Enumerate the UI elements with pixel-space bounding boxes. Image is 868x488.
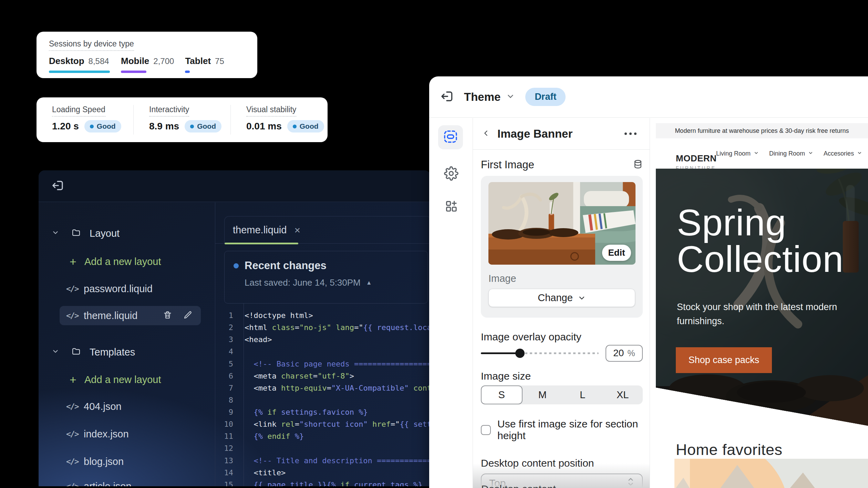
status-dot-icon — [190, 125, 194, 128]
shop-cta-button[interactable]: Shop case packs — [676, 347, 772, 373]
plus-icon: + — [70, 373, 84, 386]
icon-rail — [429, 118, 473, 488]
overlay-opacity-slider[interactable] — [481, 344, 599, 362]
tab-close-icon[interactable]: × — [294, 224, 300, 236]
chevron-down-icon — [808, 150, 813, 157]
file-name: 404.json — [84, 401, 122, 412]
store-preview: Modern furniture at warehouse prices & 3… — [650, 118, 868, 488]
device-value: 75 — [215, 56, 224, 66]
add-layout-button[interactable]: +Add a new layout — [39, 370, 215, 389]
image-size-label: Image size — [481, 370, 643, 382]
device-bar — [185, 71, 190, 73]
chevron-down-icon[interactable] — [506, 92, 515, 102]
code-file-icon: </> — [66, 482, 84, 486]
nav-item-accesories[interactable]: Accesories — [824, 150, 862, 157]
code-line: 6 <meta charset="utf-8"> — [215, 370, 431, 382]
file-index-json[interactable]: </>index.json — [39, 424, 215, 444]
theme-menu[interactable]: Theme — [464, 91, 500, 104]
exit-icon[interactable] — [440, 89, 454, 105]
hero-subtitle: Stock your shop with the latest modern f… — [677, 300, 842, 328]
vital-label: Loading Speed — [52, 105, 105, 117]
theme-editor-panel: Theme Draft — [429, 76, 868, 488]
exit-icon[interactable] — [51, 179, 64, 193]
banner-image-thumbnail[interactable]: Edit — [488, 182, 636, 265]
device-label: Mobile — [121, 56, 149, 66]
file-name: blog.json — [84, 456, 124, 467]
panel-header: Theme Draft — [429, 76, 868, 118]
image-banner-section[interactable]: Spring Collection Stock your shop with t… — [656, 169, 868, 426]
device-legend-item[interactable]: Mobile2,700 — [121, 56, 174, 73]
file-404-json[interactable]: </>404.json — [39, 397, 215, 416]
file-theme-liquid[interactable]: </>theme.liquid — [60, 306, 201, 325]
size-option-l[interactable]: L — [562, 385, 603, 404]
file-name: password.liquid — [84, 283, 153, 295]
vital-metric: Loading Speed1.20 sGood — [37, 105, 133, 135]
edit-image-button[interactable]: Edit — [602, 245, 631, 261]
nav-item-living-room[interactable]: Living Room — [716, 150, 759, 157]
line-number: 5 — [215, 360, 239, 368]
dynamic-source-icon[interactable] — [633, 159, 643, 171]
device-value: 2,700 — [153, 56, 174, 66]
back-icon[interactable] — [482, 129, 490, 139]
add-layout-button[interactable]: +Add a new layout — [39, 252, 215, 271]
featured-product-image[interactable] — [674, 459, 868, 488]
sections-icon — [443, 130, 458, 145]
file-article-json[interactable]: </>article.json — [39, 477, 215, 486]
sections-tab[interactable] — [438, 125, 463, 149]
file-actions — [163, 310, 193, 321]
line-number: 8 — [215, 396, 239, 404]
add-layout-label: Add a new layout — [84, 256, 161, 267]
code-line: 12 — [215, 442, 431, 454]
file-blog-json[interactable]: </>blog.json — [39, 452, 215, 471]
code-line: 9 {% if settings.favicon %} — [215, 406, 431, 418]
active-tab-underline — [225, 243, 298, 244]
recent-changes-title: Recent changes — [245, 259, 327, 272]
apps-tab[interactable] — [429, 200, 473, 213]
section-height-checkbox[interactable] — [481, 425, 491, 435]
device-legend-item[interactable]: Tablet75 — [185, 56, 224, 73]
folder-templates[interactable]: Templates — [39, 342, 215, 362]
device-label: Tablet — [185, 56, 211, 66]
slider-thumb[interactable] — [515, 349, 525, 358]
section-settings-panel: Image Banner First Image — [473, 118, 650, 488]
line-number: 1 — [215, 311, 239, 320]
code-area[interactable]: 1<!doctype html>2<html class="no-js" lan… — [215, 304, 431, 486]
line-number: 10 — [215, 420, 239, 428]
vital-value: 8.9 ms — [149, 121, 179, 132]
device-bar — [49, 71, 110, 73]
store-logo[interactable]: MODERN FURNITURE — [676, 153, 717, 171]
tab-label: theme.liquid — [233, 224, 287, 236]
size-option-s[interactable]: S — [481, 385, 523, 404]
device-legend-item[interactable]: Desktop8,584 — [49, 56, 110, 73]
status-badge: Good — [287, 120, 324, 132]
recent-changes-panel: Recent changes Last saved: June 14, 5:30… — [224, 251, 428, 304]
code-file-icon: </> — [66, 284, 84, 293]
code-line: 13 <!-- Title and description ==========… — [215, 455, 431, 467]
size-option-xl[interactable]: XL — [603, 385, 643, 404]
vital-value: 1.20 s — [52, 121, 79, 132]
trash-icon[interactable] — [163, 310, 172, 321]
vital-value: 0.01 ms — [246, 121, 282, 132]
more-menu-icon[interactable] — [624, 132, 637, 135]
settings-tab[interactable] — [429, 166, 473, 181]
image-size-segmented-control: SMLXL — [481, 385, 643, 404]
folder-label: Templates — [90, 347, 135, 358]
change-image-button[interactable]: Change — [488, 289, 635, 307]
code-file-icon: </> — [66, 429, 84, 438]
pencil-icon[interactable] — [183, 310, 193, 321]
code-line: 2<html class="no-js" lang="{{ request.lo… — [215, 321, 431, 333]
logo-word-top: MODERN — [676, 153, 717, 164]
status-dot — [234, 263, 239, 268]
overlay-opacity-input[interactable]: 20 % — [606, 345, 643, 362]
tab-theme-liquid[interactable]: theme.liquid × — [224, 216, 431, 244]
status-badge: Good — [84, 120, 121, 132]
size-option-m[interactable]: M — [523, 385, 563, 404]
home-favorites-heading: Home favorites — [676, 441, 783, 459]
nav-item-dining-room[interactable]: Dining Room — [769, 150, 813, 157]
folder-layout[interactable]: Layout — [39, 224, 215, 243]
collapse-icon[interactable]: ▲ — [366, 279, 372, 286]
sessions-title: Sessions by device type — [49, 39, 134, 51]
section-title: Image Banner — [497, 127, 572, 140]
announcement-bar: Modern furniture at warehouse prices & 3… — [656, 123, 868, 138]
file-password-liquid[interactable]: </>password.liquid — [39, 279, 215, 298]
